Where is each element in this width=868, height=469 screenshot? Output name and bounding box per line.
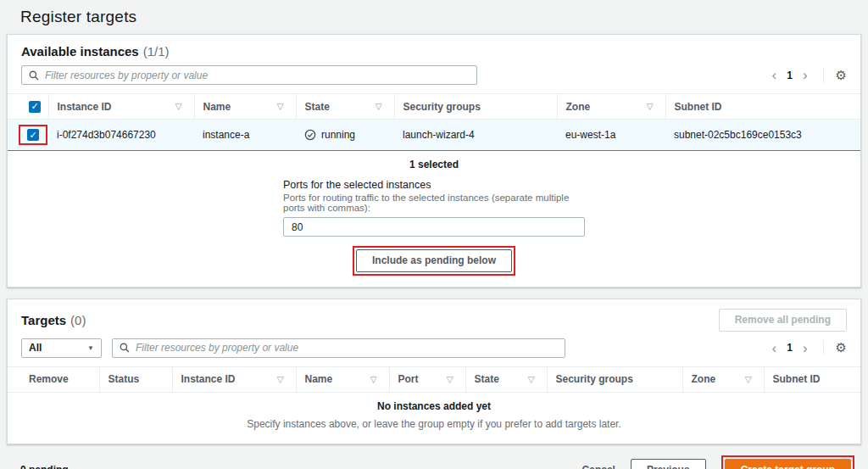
ports-input[interactable] (283, 217, 585, 237)
ports-label: Ports for the selected instances (283, 179, 585, 191)
empty-state-title: No instances added yet (8, 400, 860, 412)
sort-icon: ▽ (370, 375, 381, 384)
sort-icon: ▽ (447, 375, 457, 384)
page-number: 1 (783, 70, 796, 81)
cell-state: running (296, 120, 394, 151)
targets-filter (112, 338, 565, 358)
sort-icon: ▽ (528, 375, 538, 384)
annotation-box-include-button: Include as pending below (353, 246, 515, 276)
previous-button[interactable]: Previous (631, 459, 706, 469)
row-select-cell: ✓ (8, 120, 48, 151)
column-header-zone[interactable]: Zone ▽ (557, 94, 665, 120)
available-filter-input[interactable] (45, 70, 470, 81)
targets-table: Remove Status Instance ID ▽ Name ▽ Port … (8, 366, 860, 393)
sort-icon: ▽ (745, 375, 755, 384)
column-header-select-all: ✓ (8, 94, 48, 120)
search-icon (29, 70, 39, 81)
column-header-instance-id[interactable]: Instance ID ▽ (172, 366, 296, 392)
wizard-footer: 0 pending Cancel Previous Create target … (0, 444, 868, 469)
targets-count: (0) (70, 313, 86, 327)
cell-zone: eu-west-1a (557, 120, 665, 151)
cell-name: instance-a (194, 120, 296, 151)
select-all-checkbox[interactable]: ✓ (29, 101, 41, 113)
available-instances-title: Available instances (21, 44, 139, 59)
running-status-icon (304, 129, 316, 141)
column-header-zone[interactable]: Zone ▽ (682, 366, 764, 392)
targets-filter-input[interactable] (136, 342, 558, 354)
next-page-button[interactable]: › (796, 341, 815, 355)
column-header-instance-id[interactable]: Instance ID ▽ (48, 94, 194, 120)
targets-panel: Targets (0) Remove all pending All ▼ ‹ 1… (7, 299, 861, 444)
column-header-subnet-id: Subnet ID (764, 366, 860, 392)
empty-state-hint: Specify instances above, or leave the gr… (8, 418, 860, 430)
column-header-subnet-id: Subnet ID (665, 94, 860, 120)
cell-security-groups: launch-wizard-4 (394, 120, 557, 151)
column-header-name[interactable]: Name ▽ (194, 94, 296, 120)
column-header-security-groups: Security groups (394, 94, 557, 120)
settings-gear-icon[interactable]: ⚙ (836, 341, 847, 354)
page-title: Register targets (0, 0, 868, 34)
settings-gear-icon[interactable]: ⚙ (836, 69, 847, 81)
available-instances-panel: Available instances (1/1) ‹ 1 › ⚙ ✓ (7, 34, 861, 288)
annotation-box-checkbox: ✓ (19, 125, 47, 145)
available-instances-count: (1/1) (143, 44, 170, 59)
ports-section: Ports for the selected instances Ports f… (283, 179, 585, 237)
include-as-pending-button[interactable]: Include as pending below (356, 249, 512, 272)
annotation-box-create-button: Create target group (721, 455, 854, 469)
remove-all-pending-button[interactable]: Remove all pending (719, 309, 847, 332)
sort-icon: ▽ (647, 102, 657, 111)
pending-count-text: 0 pending (20, 464, 69, 469)
sort-icon: ▽ (376, 102, 386, 111)
available-pagination: ‹ 1 › ⚙ (765, 68, 847, 83)
prev-page-button[interactable]: ‹ (765, 341, 784, 355)
ports-hint: Ports for routing traffic to the selecte… (283, 193, 585, 213)
sort-icon: ▽ (175, 102, 186, 111)
selected-count-text: 1 selected (8, 151, 860, 172)
column-header-status: Status (99, 366, 172, 392)
targets-filter-dropdown[interactable]: All ▼ (21, 338, 102, 358)
column-header-name[interactable]: Name ▽ (296, 366, 389, 392)
column-header-port[interactable]: Port ▽ (389, 366, 465, 392)
empty-state: No instances added yet Specify instances… (8, 393, 860, 444)
page-number: 1 (783, 342, 796, 354)
sort-icon: ▽ (277, 102, 287, 111)
cell-instance-id: i-0f274d3b074667230 (48, 120, 194, 151)
table-header-row: Remove Status Instance ID ▽ Name ▽ Port … (8, 366, 860, 392)
sort-icon: ▽ (277, 375, 287, 384)
create-target-group-button[interactable]: Create target group (725, 459, 851, 469)
prev-page-button[interactable]: ‹ (765, 68, 784, 82)
targets-title: Targets (21, 313, 66, 327)
next-page-button[interactable]: › (796, 68, 815, 82)
column-header-state[interactable]: State ▽ (296, 94, 394, 120)
available-instances-table: ✓ Instance ID ▽ Name ▽ State ▽ Security … (8, 93, 860, 151)
available-filter (21, 65, 477, 85)
table-header-row: ✓ Instance ID ▽ Name ▽ State ▽ Security … (8, 94, 860, 120)
column-header-state[interactable]: State ▽ (465, 366, 547, 392)
search-icon (120, 343, 130, 353)
column-header-security-groups: Security groups (547, 366, 682, 392)
row-checkbox[interactable]: ✓ (27, 129, 39, 141)
instance-row: ✓ i-0f274d3b074667230 instance-a running… (8, 120, 860, 151)
targets-pagination: ‹ 1 › ⚙ (765, 340, 847, 355)
chevron-down-icon: ▼ (87, 344, 94, 352)
column-header-remove: Remove (8, 366, 99, 392)
cancel-button[interactable]: Cancel (582, 464, 615, 469)
cell-subnet-id: subnet-02c5bc169ce0153c3 (665, 120, 860, 151)
